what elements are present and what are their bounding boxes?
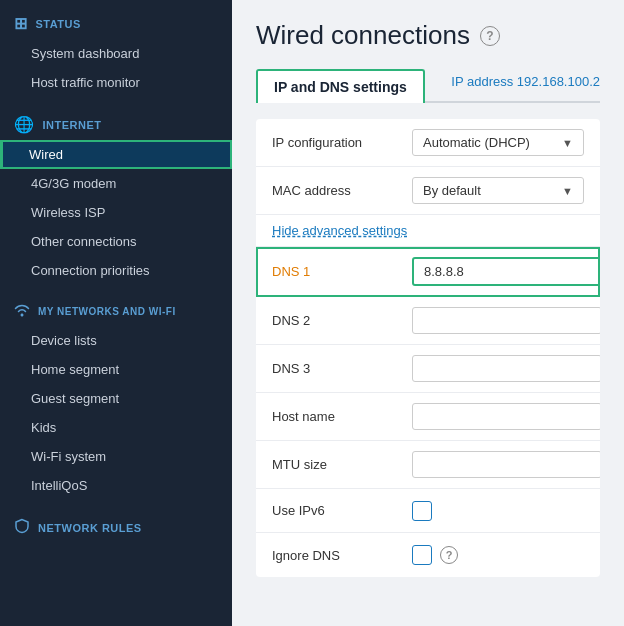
sidebar-section-status: ⊞ STATUS System dashboard Host traffic m… [0,0,232,101]
internet-globe-icon: 🌐 [14,115,35,134]
dns1-control [412,257,600,286]
sidebar-section-header-networks: MY NETWORKS AND WI-FI [0,303,232,326]
sidebar-item-kids[interactable]: Kids [0,413,232,442]
sidebar-section-internet: 🌐 INTERNET Wired 4G/3G modem Wireless IS… [0,101,232,289]
settings-row-mac-address: MAC address By default ▼ [256,167,600,215]
sidebar-item-system-dashboard[interactable]: System dashboard [0,39,232,68]
sidebar-section-header-internet: 🌐 INTERNET [0,115,232,140]
sidebar-section-networks: MY NETWORKS AND WI-FI Device lists Home … [0,289,232,504]
sidebar-item-connection-priorities[interactable]: Connection priorities [0,256,232,285]
sidebar: ⊞ STATUS System dashboard Host traffic m… [0,0,232,626]
sidebar-section-header-network-rules: NETWORK RULES [0,518,232,543]
settings-row-dns3: DNS 3 [256,345,600,393]
settings-panel: IP configuration Automatic (DHCP) ▼ MAC … [256,119,600,577]
tab-ip-dns-settings[interactable]: IP and DNS settings [256,69,425,103]
dns3-control [412,355,600,382]
hostname-control [412,403,600,430]
sidebar-item-wifi-system[interactable]: Wi-Fi system [0,442,232,471]
sidebar-item-wireless-isp[interactable]: Wireless ISP [0,198,232,227]
mac-address-label: MAC address [272,183,412,198]
sidebar-item-wired[interactable]: Wired [0,140,232,169]
advanced-settings-link[interactable]: Hide advanced settings [256,215,600,247]
hostname-label: Host name [272,409,412,424]
dns3-label: DNS 3 [272,361,412,376]
wifi-icon [14,303,30,320]
ip-address-display: IP address 192.168.100.2 [451,74,600,97]
settings-row-dns2: DNS 2 [256,297,600,345]
settings-row-mtu: MTU size [256,441,600,489]
settings-row-use-ipv6: Use IPv6 [256,489,600,533]
main-content: Wired connections ? IP and DNS settings … [232,0,624,626]
ip-config-chevron-icon: ▼ [562,137,573,149]
dns2-label: DNS 2 [272,313,412,328]
page-title: Wired connections ? [256,20,600,51]
sidebar-item-guest-segment[interactable]: Guest segment [0,384,232,413]
ignore-dns-help-button[interactable]: ? [440,546,458,564]
sidebar-section-header-status: ⊞ STATUS [0,14,232,39]
dns2-control [412,307,600,334]
shield-icon [14,518,30,537]
mtu-control [412,451,600,478]
dns2-input[interactable] [412,307,600,334]
settings-row-hostname: Host name [256,393,600,441]
mtu-input[interactable] [412,451,600,478]
dns1-input[interactable] [412,257,600,286]
mac-address-chevron-icon: ▼ [562,185,573,197]
sidebar-item-home-segment[interactable]: Home segment [0,355,232,384]
ip-configuration-label: IP configuration [272,135,412,150]
use-ipv6-checkbox[interactable] [412,501,432,521]
hostname-input[interactable] [412,403,600,430]
ip-configuration-select[interactable]: Automatic (DHCP) ▼ [412,129,584,156]
ignore-dns-control: ? [412,545,584,565]
sidebar-item-device-lists[interactable]: Device lists [0,326,232,355]
use-ipv6-control [412,501,584,521]
status-grid-icon: ⊞ [14,14,28,33]
sidebar-item-host-traffic-monitor[interactable]: Host traffic monitor [0,68,232,97]
mac-address-control: By default ▼ [412,177,584,204]
use-ipv6-label: Use IPv6 [272,503,412,518]
dns3-input[interactable] [412,355,600,382]
mtu-label: MTU size [272,457,412,472]
sidebar-item-4g3g-modem[interactable]: 4G/3G modem [0,169,232,198]
tab-bar: IP and DNS settings IP address 192.168.1… [256,69,600,103]
ip-configuration-control: Automatic (DHCP) ▼ [412,129,584,156]
settings-row-ignore-dns: Ignore DNS ? [256,533,600,577]
sidebar-item-intelliqos[interactable]: IntelliQoS [0,471,232,500]
sidebar-item-other-connections[interactable]: Other connections [0,227,232,256]
mac-address-select[interactable]: By default ▼ [412,177,584,204]
sidebar-section-network-rules: NETWORK RULES [0,504,232,547]
settings-row-ip-configuration: IP configuration Automatic (DHCP) ▼ [256,119,600,167]
title-help-button[interactable]: ? [480,26,500,46]
ignore-dns-label: Ignore DNS [272,548,412,563]
dns1-label: DNS 1 [272,264,412,279]
ignore-dns-checkbox[interactable] [412,545,432,565]
settings-row-dns1: DNS 1 [256,247,600,297]
